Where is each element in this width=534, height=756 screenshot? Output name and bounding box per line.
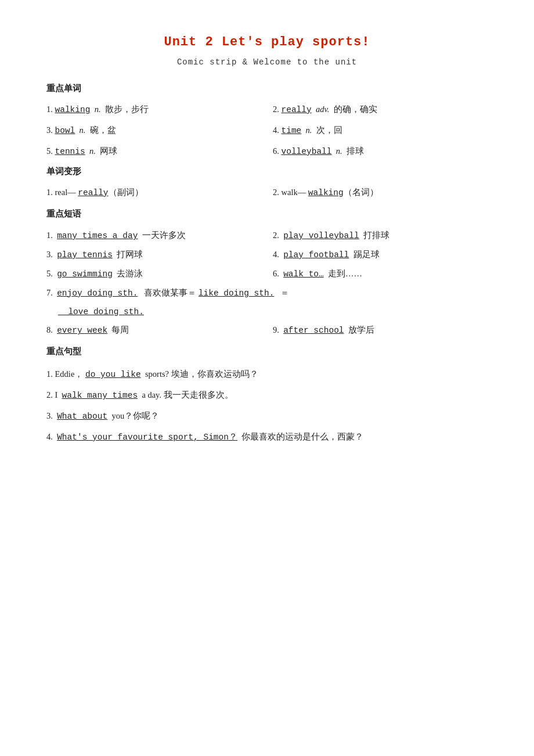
vocab-word: bowl: [55, 126, 75, 135]
phrase-row-1-2: 1. many times a day 一天许多次 2. play volley…: [46, 226, 488, 246]
vocab-item-5: 5. tennis n. 网球: [46, 143, 261, 160]
morph-word-1: really: [78, 188, 108, 197]
morph-item-2: 2. walk— walking（名词）: [273, 184, 488, 201]
sentence-list: 1. Eddie， do you like sports? 埃迪，你喜欢运动吗？…: [46, 364, 488, 447]
vocab-word: tennis: [55, 147, 85, 156]
vocab-pos: n.: [306, 125, 312, 135]
vocab-item-1: 1. walking n. 散步，步行: [46, 101, 261, 118]
vocab-pos: n.: [80, 125, 86, 135]
vocab-section-title: 重点单词: [46, 83, 488, 94]
vocab-item-6: 6. volleyball n. 排球: [273, 143, 488, 160]
vocab-num: 2.: [273, 105, 282, 114]
vocab-word: walking: [55, 105, 91, 114]
vocab-pos: n.: [89, 146, 96, 156]
vocab-pos: n.: [95, 105, 101, 114]
vocab-num: 5.: [46, 146, 55, 156]
vocab-num: 4.: [273, 125, 282, 135]
phrase-item-8: 8. every week 每周: [46, 321, 261, 340]
vocab-word: volleyball: [282, 147, 332, 156]
phrase-list: 1. many times a day 一天许多次 2. play volley…: [46, 226, 488, 340]
phrase-item-3: 3. play tennis 打网球: [46, 246, 261, 265]
phrase-item-6: 6. walk to… 走到……: [273, 265, 488, 284]
phrase-item-7b: love doing sth.: [46, 303, 488, 322]
sentence-item-4: 4. What's your favourite sport, Simon？ 你…: [46, 427, 488, 448]
morph-word-2: walking: [308, 188, 344, 197]
vocab-item-3: 3. bowl n. 碗，盆: [46, 122, 261, 139]
phrase-row-3-4: 3. play tennis 打网球 4. play football 踢足球: [46, 246, 488, 265]
vocab-item-2: 2. really adv. 的确，确实: [273, 101, 488, 118]
vocab-grid: 1. walking n. 散步，步行 2. really adv. 的确，确实…: [46, 101, 488, 160]
vocab-pos: n.: [336, 146, 342, 156]
subtitle: Comic strip & Welcome to the unit: [46, 57, 488, 67]
phrase-item-7: 7. enjoy doing sth. 喜欢做某事＝ like doing st…: [46, 284, 488, 303]
vocab-pos: adv.: [316, 105, 330, 114]
phrase-row-5-6: 5. go swimming 去游泳 6. walk to… 走到……: [46, 265, 488, 284]
page-title: Unit 2 Let's play sports!: [46, 35, 488, 49]
morph-section-title: 单词变形: [46, 166, 488, 177]
vocab-word: really: [282, 105, 312, 114]
vocab-num: 6.: [273, 146, 282, 156]
sentence-item-2: 2. I walk many times a day. 我一天走很多次。: [46, 385, 488, 406]
phrase-item-1: 1. many times a day 一天许多次: [46, 226, 261, 246]
vocab-word: time: [282, 126, 302, 135]
phrase-row-8-9: 8. every week 每周 9. after school 放学后: [46, 321, 488, 340]
phrase-item-4: 4. play football 踢足球: [273, 246, 488, 265]
vocab-num: 1.: [46, 105, 55, 114]
vocab-item-4: 4. time n. 次，回: [273, 122, 488, 139]
phrase-item-5: 5. go swimming 去游泳: [46, 265, 261, 284]
phrase-section-title: 重点短语: [46, 208, 488, 219]
sentence-item-1: 1. Eddie， do you like sports? 埃迪，你喜欢运动吗？: [46, 364, 488, 385]
morph-item-1: 1. real— really（副词）: [46, 184, 261, 201]
sentence-section-title: 重点句型: [46, 346, 488, 357]
phrase-item-2: 2. play volleyball 打排球: [273, 226, 488, 246]
vocab-num: 3.: [46, 125, 55, 135]
morph-grid: 1. real— really（副词） 2. walk— walking（名词）: [46, 184, 488, 201]
phrase-item-9: 9. after school 放学后: [273, 321, 488, 340]
sentence-item-3: 3. What about you？你呢？: [46, 406, 488, 427]
